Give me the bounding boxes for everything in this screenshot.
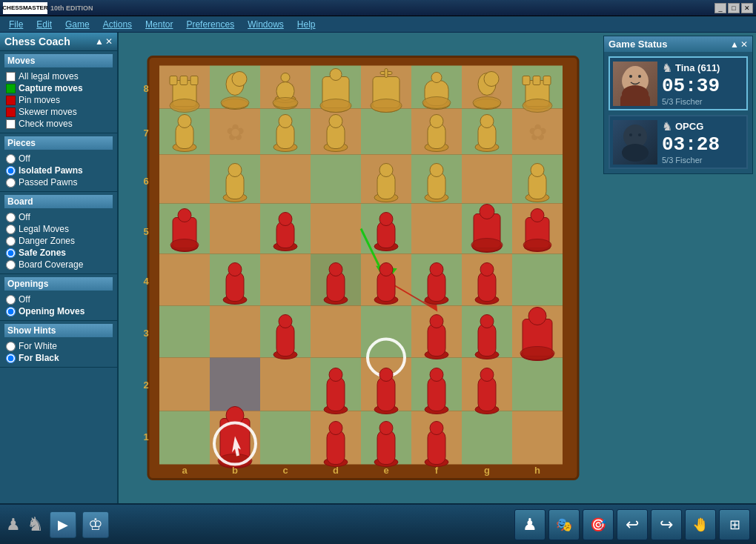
svg-rect-44 [311, 306, 361, 358]
safe-zones-item[interactable]: Safe Zones [4, 247, 113, 259]
svg-text:6: 6 [143, 176, 148, 187]
svg-text:a: a [182, 465, 188, 476]
toolbar-pawn-button[interactable]: ♟ [514, 509, 546, 540]
capture-moves-label: Capture moves [19, 83, 83, 93]
app-logo: CHESSMASTER 10th EDITION [3, 2, 93, 14]
svg-text:3: 3 [143, 328, 148, 339]
svg-rect-78 [190, 76, 198, 85]
svg-point-79 [170, 99, 199, 113]
all-legal-moves-item[interactable]: All legal moves [4, 70, 113, 82]
pieces-off-item[interactable]: Off [4, 153, 113, 165]
menu-item-file[interactable]: File [3, 18, 29, 31]
chess-board[interactable]: ✿ ✿ ✿ ✿ ✿ ✿ ✿ ✿ [119, 36, 600, 507]
check-moves-item[interactable]: Check moves [4, 118, 113, 130]
svg-point-172 [430, 263, 443, 276]
skewer-moves-item[interactable]: Skewer moves [4, 106, 113, 118]
danger-zones-label: Danger Zones [19, 236, 75, 246]
board-off-item[interactable]: Off [4, 211, 113, 223]
svg-text:5: 5 [143, 226, 148, 237]
toolbar-hand-button[interactable]: 🤚 [685, 509, 716, 540]
capture-moves-item[interactable]: Capture moves [4, 82, 113, 94]
openings-header: Openings [4, 277, 113, 291]
for-white-label: For White [19, 341, 57, 351]
nav-play-button[interactable]: ▶ [50, 511, 76, 538]
for-black-item[interactable]: For Black [4, 352, 113, 364]
passed-pawns-item[interactable]: Passed Pawns [4, 176, 113, 188]
svg-point-114 [178, 115, 191, 128]
svg-point-189 [520, 347, 554, 360]
opening-moves-label: Opening Moves [19, 306, 84, 316]
title-bar: CHESSMASTER 10th EDITION _ □ ✕ [0, 0, 756, 16]
board-coverage-item[interactable]: Board Coverage [4, 259, 113, 271]
isolated-pawns-item[interactable]: Isolated Pawns [4, 165, 113, 176]
svg-text:1: 1 [143, 431, 148, 442]
board-section: Board Off Legal Moves Danger Zones Safe … [0, 192, 117, 274]
coach-minimize-button[interactable]: ▲ [95, 36, 104, 47]
game-status-close-button[interactable]: ✕ [740, 39, 748, 50]
game-status-controls: ▲ ✕ [730, 39, 748, 50]
svg-point-192 [329, 368, 342, 382]
openings-off-item[interactable]: Off [4, 293, 113, 305]
svg-point-117 [279, 115, 292, 128]
svg-rect-49 [159, 358, 210, 411]
for-white-item[interactable]: For White [4, 340, 113, 352]
toolbar-grid-button[interactable]: ⊞ [719, 509, 750, 540]
svg-rect-52 [260, 358, 311, 411]
game-status-minimize-button[interactable]: ▲ [730, 39, 739, 50]
pieces-header: Pieces [4, 136, 113, 150]
isolated-pawns-label: Isolated Pawns [19, 165, 83, 176]
right-panel: Game Status ▲ ✕ [600, 33, 756, 544]
svg-point-87 [281, 73, 290, 82]
toolbar-undo-button[interactable]: ↩ [617, 509, 648, 540]
opening-moves-item[interactable]: Opening Moves [4, 305, 113, 317]
danger-zones-item[interactable]: Danger Zones [4, 235, 113, 247]
menu-item-mentor[interactable]: Mentor [139, 18, 179, 31]
svg-rect-96 [385, 69, 388, 78]
pawn-icon-1: ♟ [6, 515, 21, 534]
maximize-button[interactable]: □ [728, 3, 740, 13]
center-area: ✿ ✿ ✿ ✿ ✿ ✿ ✿ ✿ [119, 33, 600, 544]
close-button[interactable]: ✕ [741, 3, 753, 13]
coach-close-button[interactable]: ✕ [105, 36, 113, 47]
check-moves-label: Check moves [19, 119, 73, 129]
svg-rect-60 [260, 411, 311, 465]
bottom-piece-icons: ♟ ♞ [6, 513, 44, 536]
minimize-button[interactable]: _ [714, 3, 726, 13]
svg-rect-64 [462, 411, 512, 465]
pieces-section: Pieces Off Isolated Pawns Passed Pawns [0, 133, 117, 192]
all-legal-moves-label: All legal moves [19, 71, 79, 82]
pin-moves-label: Pin moves [19, 95, 60, 105]
svg-point-97 [371, 99, 402, 113]
svg-point-126 [480, 115, 494, 128]
svg-rect-28 [311, 204, 361, 254]
menu-item-preferences[interactable]: Preferences [180, 18, 240, 31]
nav-king-button[interactable]: ♔ [82, 511, 109, 538]
menu-item-windows[interactable]: Windows [242, 18, 290, 31]
passed-pawns-label: Passed Pawns [19, 177, 77, 188]
pin-moves-item[interactable]: Pin moves [4, 94, 113, 106]
svg-rect-35 [260, 254, 311, 306]
svg-rect-65 [512, 411, 563, 465]
svg-point-160 [523, 239, 551, 251]
toolbar-masks-button[interactable]: 🎭 [548, 509, 580, 540]
svg-rect-109 [533, 76, 540, 85]
menu-item-actions[interactable]: Actions [97, 18, 138, 31]
logo-icon: CHESSMASTER [3, 2, 47, 14]
svg-rect-26 [210, 204, 260, 254]
svg-rect-23 [462, 155, 512, 204]
svg-point-105 [473, 97, 501, 109]
menu-item-help[interactable]: Help [291, 18, 322, 31]
openings-off-label: Off [19, 294, 30, 305]
player2-rating: 5/3 Fischer [662, 156, 743, 165]
svg-rect-191 [327, 377, 345, 411]
svg-text:c: c [282, 465, 288, 476]
toolbar-redo-button[interactable]: ↪ [651, 509, 682, 540]
svg-point-83 [221, 97, 249, 109]
legal-moves-item[interactable]: Legal Moves [4, 223, 113, 235]
toolbar-target-button[interactable]: 🎯 [583, 509, 614, 540]
menu-item-edit[interactable]: Edit [30, 18, 58, 31]
svg-rect-13 [361, 109, 411, 155]
svg-point-159 [531, 209, 544, 222]
menu-item-game[interactable]: Game [59, 18, 96, 31]
game-status-header: Game Status ▲ ✕ [604, 36, 752, 52]
